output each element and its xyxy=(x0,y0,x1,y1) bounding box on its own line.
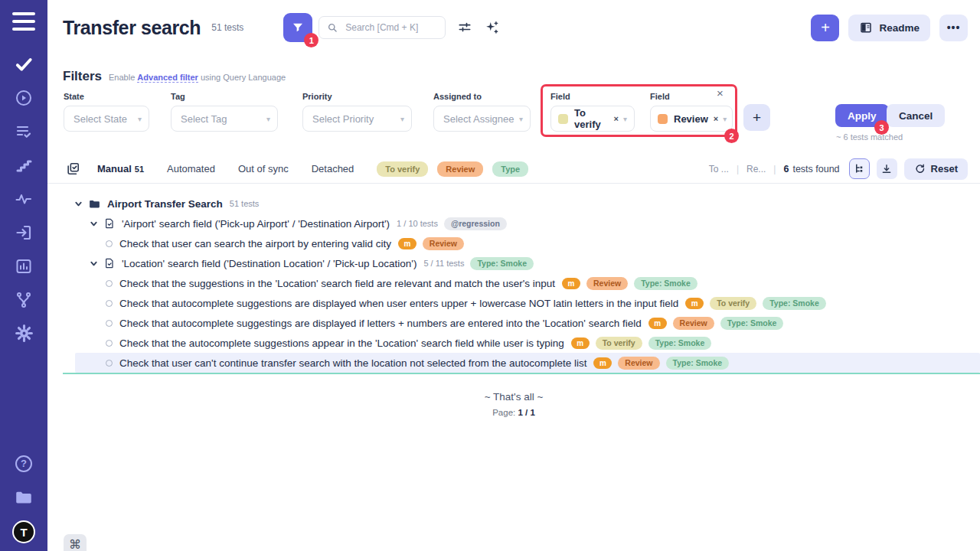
plus-icon: + xyxy=(821,19,830,37)
field-select-review[interactable]: Review × ▾ xyxy=(650,106,733,132)
filter-group-state: State Select State ▾ xyxy=(64,92,149,132)
tab-automated[interactable]: Automated xyxy=(167,163,215,174)
pagination-text: Page: 1 / 1 xyxy=(47,408,980,417)
tests-found-label: tests found xyxy=(792,164,839,174)
tests-repository-icon[interactable] xyxy=(13,54,34,74)
readme-book-icon xyxy=(859,21,873,34)
chevron-expand-icon[interactable] xyxy=(90,220,98,228)
chevron-down-icon: ▾ xyxy=(623,115,627,123)
remove-value-icon[interactable]: × xyxy=(614,114,619,123)
suite-document-icon xyxy=(103,217,116,230)
tree-row-test[interactable]: Check that autocomplete suggestions are … xyxy=(47,293,980,313)
status-badge: Review xyxy=(618,357,659,370)
command-key-icon[interactable]: ⌘ xyxy=(64,534,87,551)
ellipsis-icon: ••• xyxy=(947,21,961,34)
filter-group-field-1: Field To verify × ▾ xyxy=(550,92,635,132)
more-options-button[interactable]: ••• xyxy=(939,15,968,41)
sidebar-bottom: ? T xyxy=(12,453,35,543)
test-status-circle-icon xyxy=(106,360,113,367)
tree-view-toggle-button[interactable] xyxy=(849,158,870,179)
filter-button[interactable]: 1 xyxy=(283,13,312,42)
filter-group-assignee: Assigned to Select Assignee ▾ xyxy=(433,92,531,132)
chevron-expand-icon[interactable] xyxy=(74,200,83,208)
test-runs-icon[interactable] xyxy=(13,87,34,108)
shared-steps-icon[interactable] xyxy=(13,155,34,175)
tune-sliders-icon[interactable] xyxy=(457,20,472,35)
filter-chip-type[interactable]: Type xyxy=(492,161,528,177)
remove-field-filter-icon[interactable]: × xyxy=(717,87,724,99)
page-title: Transfer search xyxy=(63,17,201,39)
tag-pill: @regression xyxy=(444,217,507,230)
traceability-branch-icon[interactable] xyxy=(13,289,34,310)
filter-chip-review[interactable]: Review xyxy=(437,161,483,177)
chevron-expand-icon[interactable] xyxy=(90,259,98,268)
hamburger-menu-icon[interactable] xyxy=(12,12,35,31)
status-badge: To verify xyxy=(710,297,756,310)
tests-matched-text: ~ 6 tests matched xyxy=(836,132,903,142)
help-icon[interactable]: ? xyxy=(13,453,34,474)
type-badge: Type: Smoke xyxy=(634,277,697,290)
export-download-button[interactable] xyxy=(877,158,897,179)
truncated-filter-re[interactable]: Re... xyxy=(746,164,766,174)
cancel-button[interactable]: Cancel xyxy=(887,104,945,127)
test-status-circle-icon xyxy=(106,340,113,347)
header-tests-count: 51 tests xyxy=(211,22,243,33)
filter-group-priority: Priority Select Priority ▾ xyxy=(302,92,412,132)
advanced-filter-link[interactable]: Advanced filter xyxy=(137,73,198,83)
tests-found-count: 6 xyxy=(783,164,789,174)
funnel-icon xyxy=(291,21,305,34)
remove-value-icon[interactable]: × xyxy=(714,114,718,123)
suite-document-icon xyxy=(103,257,116,269)
reset-button[interactable]: Reset xyxy=(904,158,968,180)
tag-select[interactable]: Select Tag ▾ xyxy=(171,106,278,132)
tree-row-test[interactable]: Check that the suggestions in the 'Locat… xyxy=(47,273,980,293)
chevron-down-icon: ▾ xyxy=(400,115,404,123)
readme-button[interactable]: Readme xyxy=(848,15,930,41)
manual-badge: m xyxy=(685,298,704,309)
test-status-circle-icon xyxy=(106,240,113,247)
field-select-to-verify[interactable]: To verify × ▾ xyxy=(550,106,635,132)
tree-row-test-selected[interactable]: Check that user can't continue transfer … xyxy=(75,353,980,373)
projects-folder-icon[interactable] xyxy=(13,487,34,507)
tab-manual[interactable]: Manual51 xyxy=(97,163,144,174)
drop-indicator-line xyxy=(63,373,980,374)
plus-icon: + xyxy=(753,109,761,126)
tab-out-of-sync[interactable]: Out of sync xyxy=(238,163,289,174)
tree-row-test[interactable]: Check that autocomplete suggestings are … xyxy=(47,313,980,333)
type-badge: Type: Smoke xyxy=(720,317,784,330)
workspace-avatar[interactable]: T xyxy=(12,520,35,543)
state-select[interactable]: Select State ▾ xyxy=(64,106,149,132)
tree-row-folder[interactable]: Airport Transfer Search 51 tests xyxy=(47,194,980,214)
create-button[interactable]: + xyxy=(811,15,839,41)
chevron-down-icon: ▾ xyxy=(138,115,142,123)
add-filter-button[interactable]: + xyxy=(743,104,770,131)
chevron-down-icon: ▾ xyxy=(266,115,270,123)
activity-pulse-icon[interactable] xyxy=(13,188,34,209)
chevron-down-icon: ▾ xyxy=(519,115,523,123)
test-plans-icon[interactable] xyxy=(13,121,34,142)
bulk-select-icon[interactable] xyxy=(66,161,80,176)
analytics-icon[interactable] xyxy=(13,256,34,276)
search-input[interactable] xyxy=(344,21,437,34)
test-status-circle-icon xyxy=(106,300,113,307)
truncated-filter-to[interactable]: To ... xyxy=(709,164,729,174)
manual-badge: m xyxy=(593,357,612,369)
requirements-import-icon[interactable] xyxy=(13,222,34,243)
manual-badge: m xyxy=(562,278,580,289)
search-icon xyxy=(327,22,338,34)
filter-chip-to-verify[interactable]: To verify xyxy=(377,161,428,177)
tab-detached[interactable]: Detached xyxy=(312,163,354,174)
tree-row-suite[interactable]: 'Airport' search field ('Pick-up Airport… xyxy=(47,214,980,233)
list-footer: ~ That's all ~ Page: 1 / 1 xyxy=(47,391,980,417)
priority-select[interactable]: Select Priority ▾ xyxy=(302,106,412,132)
annotation-badge-2: 2 xyxy=(724,129,739,143)
ai-sparkles-icon[interactable] xyxy=(484,20,500,36)
settings-gear-icon[interactable] xyxy=(13,323,34,344)
search-box xyxy=(318,16,446,39)
assignee-select[interactable]: Select Assignee ▾ xyxy=(433,106,531,132)
filters-subtext: Enable Advanced filter using Query Langu… xyxy=(109,73,286,82)
tree-row-suite[interactable]: 'Location' search field ('Destination Lo… xyxy=(47,253,980,273)
tree-row-test[interactable]: Check that the autocomplete suggestions … xyxy=(47,333,980,353)
tree-row-test[interactable]: Check that user can search the airport b… xyxy=(47,233,980,253)
type-badge: Type: Smoke xyxy=(763,297,826,310)
